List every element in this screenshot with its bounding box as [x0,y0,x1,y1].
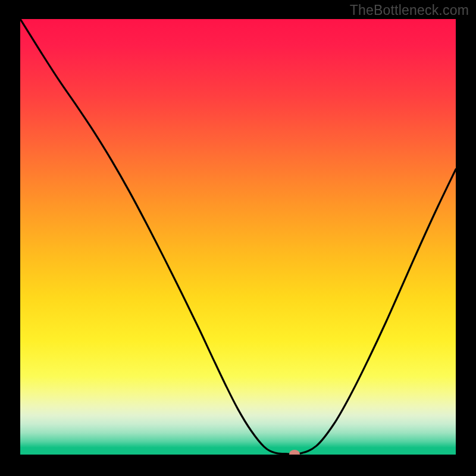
plot-area [20,19,456,455]
watermark-text: TheBottleneck.com [350,2,469,18]
chart-curve [20,19,456,455]
